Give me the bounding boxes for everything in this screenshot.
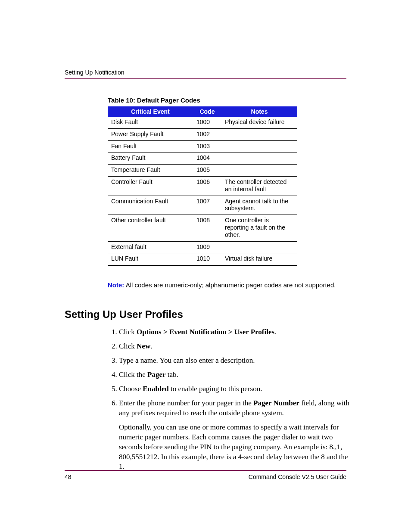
table-row: Temperature Fault 1005 bbox=[108, 165, 297, 177]
step-text: Choose bbox=[119, 385, 143, 393]
step-item: Click New. bbox=[119, 342, 352, 352]
step-text: . bbox=[274, 328, 276, 336]
footer-rule bbox=[65, 470, 346, 471]
cell-notes: Physical device failure bbox=[221, 117, 297, 128]
cell-event: LUN Fault bbox=[108, 253, 193, 265]
table-row: Power Supply Fault 1002 bbox=[108, 128, 297, 140]
cell-notes bbox=[221, 140, 297, 152]
page: Setting Up Notification Table 10: Defaul… bbox=[0, 0, 411, 532]
running-header: Setting Up Notification bbox=[65, 69, 346, 76]
cell-notes: One controller is reporting a fault on t… bbox=[221, 215, 297, 241]
cell-notes bbox=[221, 165, 297, 177]
cell-notes bbox=[221, 128, 297, 140]
step-text: Enter the phone number for your pager in… bbox=[119, 399, 253, 407]
table-row: LUN Fault 1010 Virtual disk failure bbox=[108, 253, 297, 265]
cell-code: 1010 bbox=[193, 253, 221, 265]
step-paragraph: Optionally, you can use one or more comm… bbox=[119, 423, 352, 472]
step-text: Click the bbox=[119, 370, 147, 379]
cell-code: 1000 bbox=[193, 117, 221, 128]
table-header-row: Critical Event Code Notes bbox=[108, 106, 297, 117]
cell-notes bbox=[221, 241, 297, 253]
step-item: Type a name. You can also enter a descri… bbox=[119, 356, 352, 366]
page-footer: 48 Command Console V2.5 User Guide bbox=[65, 470, 346, 480]
cell-event: Power Supply Fault bbox=[108, 128, 193, 140]
step-text: Click bbox=[119, 342, 137, 350]
step-bold: Options > Event Notification > User Prof… bbox=[137, 328, 274, 336]
cell-notes bbox=[221, 152, 297, 165]
col-header-event: Critical Event bbox=[108, 106, 193, 117]
note-text: All codes are numeric-only; alphanumeric… bbox=[126, 281, 336, 289]
cell-code: 1004 bbox=[193, 152, 221, 165]
cell-event: Other controller fault bbox=[108, 215, 193, 241]
page-number: 48 bbox=[65, 473, 72, 480]
cell-event: Battery Fault bbox=[108, 152, 193, 165]
cell-code: 1005 bbox=[193, 165, 221, 177]
table-row: Controller Fault 1006 The controller det… bbox=[108, 176, 297, 196]
step-item: Click the Pager tab. bbox=[119, 370, 352, 380]
cell-code: 1008 bbox=[193, 215, 221, 241]
cell-event: Communication Fault bbox=[108, 196, 193, 215]
step-bold: New bbox=[137, 342, 150, 350]
cell-notes: The controller detected an internal faul… bbox=[221, 176, 297, 196]
cell-notes: Virtual disk failure bbox=[221, 253, 297, 265]
header-rule bbox=[65, 78, 346, 79]
section-heading: Setting Up User Profiles bbox=[65, 308, 346, 320]
table-row: Communication Fault 1007 Agent cannot ta… bbox=[108, 196, 297, 215]
note-block: Note: All codes are numeric-only; alphan… bbox=[108, 281, 349, 289]
table-caption: Table 10: Default Pager Codes bbox=[108, 96, 346, 104]
step-text: Click bbox=[119, 328, 137, 336]
col-header-notes: Notes bbox=[221, 106, 297, 117]
cell-code: 1006 bbox=[193, 176, 221, 196]
cell-event: Disk Fault bbox=[108, 117, 193, 128]
steps-list: Click Options > Event Notification > Use… bbox=[108, 327, 352, 472]
table-row: Disk Fault 1000 Physical device failure bbox=[108, 117, 297, 128]
cell-code: 1002 bbox=[193, 128, 221, 140]
table-row: Fan Fault 1003 bbox=[108, 140, 297, 152]
cell-code: 1003 bbox=[193, 140, 221, 152]
pager-codes-table: Critical Event Code Notes Disk Fault 100… bbox=[108, 106, 297, 266]
cell-notes: Agent cannot talk to the subsystem. bbox=[221, 196, 297, 215]
step-item: Click Options > Event Notification > Use… bbox=[119, 327, 352, 337]
note-label: Note: bbox=[108, 281, 124, 289]
cell-event: External fault bbox=[108, 241, 193, 253]
step-bold: Pager Number bbox=[253, 399, 299, 407]
step-text: tab. bbox=[166, 370, 178, 379]
table-row: Battery Fault 1004 bbox=[108, 152, 297, 165]
step-bold: Pager bbox=[147, 370, 165, 379]
col-header-code: Code bbox=[193, 106, 221, 117]
step-item: Enter the phone number for your pager in… bbox=[119, 398, 352, 472]
cell-code: 1007 bbox=[193, 196, 221, 215]
cell-event: Controller Fault bbox=[108, 176, 193, 196]
step-text: to enable paging to this person. bbox=[169, 385, 262, 393]
cell-event: Temperature Fault bbox=[108, 165, 193, 177]
footer-title: Command Console V2.5 User Guide bbox=[249, 473, 346, 480]
cell-code: 1009 bbox=[193, 241, 221, 253]
step-text: . bbox=[150, 342, 152, 350]
table-row: External fault 1009 bbox=[108, 241, 297, 253]
step-bold: Enabled bbox=[143, 385, 168, 393]
cell-event: Fan Fault bbox=[108, 140, 193, 152]
step-item: Choose Enabled to enable paging to this … bbox=[119, 384, 352, 394]
table-row: Other controller fault 1008 One controll… bbox=[108, 215, 297, 241]
step-text: Type a name. You can also enter a descri… bbox=[119, 356, 255, 364]
